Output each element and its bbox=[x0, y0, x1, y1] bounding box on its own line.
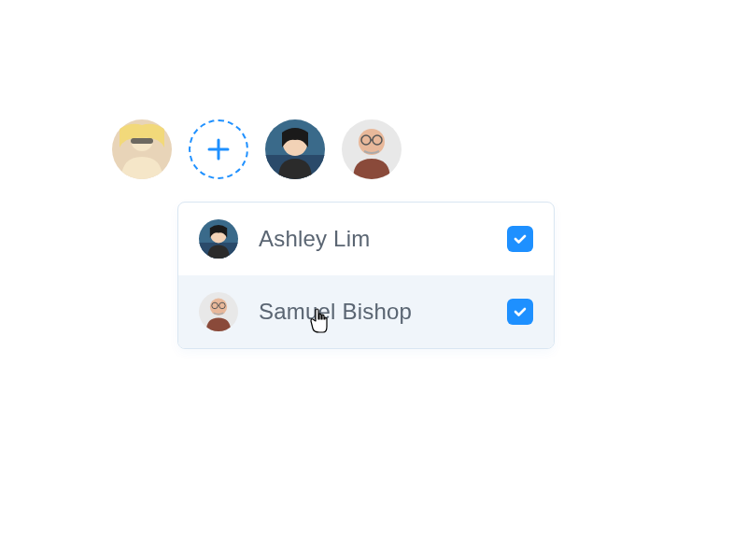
avatar-samuel-bishop[interactable] bbox=[342, 119, 402, 179]
dropdown-item-label: Samuel Bishop bbox=[259, 299, 486, 325]
dropdown-item-label: Ashley Lim bbox=[259, 226, 486, 252]
avatar-row bbox=[112, 119, 402, 179]
avatar-user-1[interactable] bbox=[112, 119, 172, 179]
dropdown-item-ashley-lim[interactable]: Ashley Lim bbox=[178, 203, 554, 275]
avatar-placeholder-icon bbox=[342, 119, 402, 179]
checkbox-samuel-bishop[interactable] bbox=[507, 299, 533, 325]
avatar-placeholder-icon bbox=[112, 119, 172, 179]
avatar-placeholder-icon bbox=[199, 219, 238, 259]
avatar-ashley-lim-small bbox=[199, 219, 238, 259]
svg-rect-2 bbox=[131, 138, 153, 144]
checkbox-ashley-lim[interactable] bbox=[507, 226, 533, 252]
check-icon bbox=[513, 304, 528, 319]
plus-icon bbox=[206, 137, 231, 161]
avatar-placeholder-icon bbox=[199, 292, 238, 331]
avatar-placeholder-icon bbox=[265, 119, 325, 179]
dropdown-item-samuel-bishop[interactable]: Samuel Bishop bbox=[178, 275, 554, 348]
add-user-button[interactable] bbox=[189, 119, 248, 179]
avatar-ashley-lim[interactable] bbox=[265, 119, 325, 179]
check-icon bbox=[513, 231, 528, 246]
avatar-samuel-bishop-small bbox=[199, 292, 238, 331]
user-dropdown: Ashley Lim Samuel Bishop bbox=[177, 202, 555, 349]
